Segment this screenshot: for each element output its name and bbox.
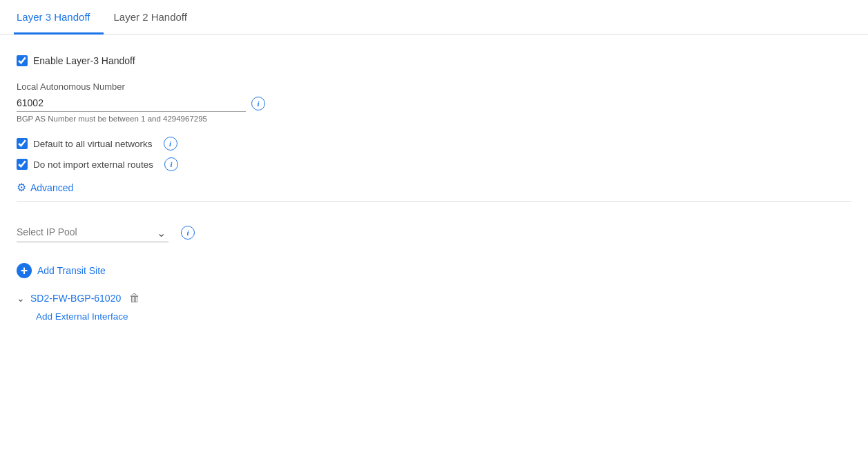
site-expand-icon[interactable]: ⌄ [17, 293, 25, 304]
no-import-label[interactable]: Do not import external routes [33, 159, 153, 170]
enable-l3-checkbox[interactable] [17, 55, 28, 66]
local-autonomous-inner: i [17, 95, 265, 112]
ip-pool-row: Select IP Pool ⌄ i [17, 222, 851, 242]
local-autonomous-info-icon[interactable]: i [251, 97, 265, 110]
no-import-row: Do not import external routes i [17, 157, 851, 171]
main-container: Layer 3 Handoff Layer 2 Handoff Enable L… [0, 0, 868, 342]
section-divider [17, 201, 851, 202]
advanced-label: Advanced [30, 182, 73, 193]
add-external-link[interactable]: Add External Interface [36, 311, 851, 322]
no-import-info-icon[interactable]: i [164, 157, 178, 171]
ip-pool-select-wrapper: Select IP Pool ⌄ [17, 222, 168, 242]
local-autonomous-hint: BGP AS Number must be between 1 and 4294… [17, 115, 265, 123]
default-virtual-label[interactable]: Default to all virtual networks [33, 139, 153, 149]
content-area: Enable Layer-3 Handoff Local Autonomous … [0, 35, 868, 342]
local-autonomous-group: Local Autonomous Number i BGP AS Number … [17, 81, 265, 123]
enable-l3-row: Enable Layer-3 Handoff [17, 55, 851, 66]
default-virtual-info-icon[interactable]: i [164, 137, 177, 150]
tab-layer2[interactable]: Layer 2 Handoff [110, 0, 200, 35]
add-transit-icon: + [17, 263, 32, 278]
local-autonomous-input[interactable] [17, 95, 246, 112]
add-transit-link[interactable]: + Add Transit Site [17, 263, 851, 278]
default-virtual-checkbox[interactable] [17, 138, 28, 149]
local-autonomous-label: Local Autonomous Number [17, 81, 265, 92]
tab-layer3[interactable]: Layer 3 Handoff [14, 0, 104, 35]
ip-pool-select[interactable]: Select IP Pool [17, 222, 168, 242]
tabs-bar: Layer 3 Handoff Layer 2 Handoff [0, 0, 868, 35]
site-name-label[interactable]: SD2-FW-BGP-61020 [30, 293, 121, 304]
add-external-label: Add External Interface [36, 311, 128, 322]
add-transit-label: Add Transit Site [37, 265, 106, 276]
default-virtual-row: Default to all virtual networks i [17, 137, 851, 150]
ip-pool-info-icon[interactable]: i [181, 226, 195, 240]
gear-icon: ⚙ [17, 181, 26, 194]
advanced-link[interactable]: ⚙ Advanced [17, 181, 851, 194]
transit-site-row: ⌄ SD2-FW-BGP-61020 🗑 [17, 292, 851, 304]
site-delete-icon[interactable]: 🗑 [129, 292, 140, 304]
no-import-checkbox[interactable] [17, 159, 28, 170]
enable-l3-label[interactable]: Enable Layer-3 Handoff [33, 55, 135, 66]
